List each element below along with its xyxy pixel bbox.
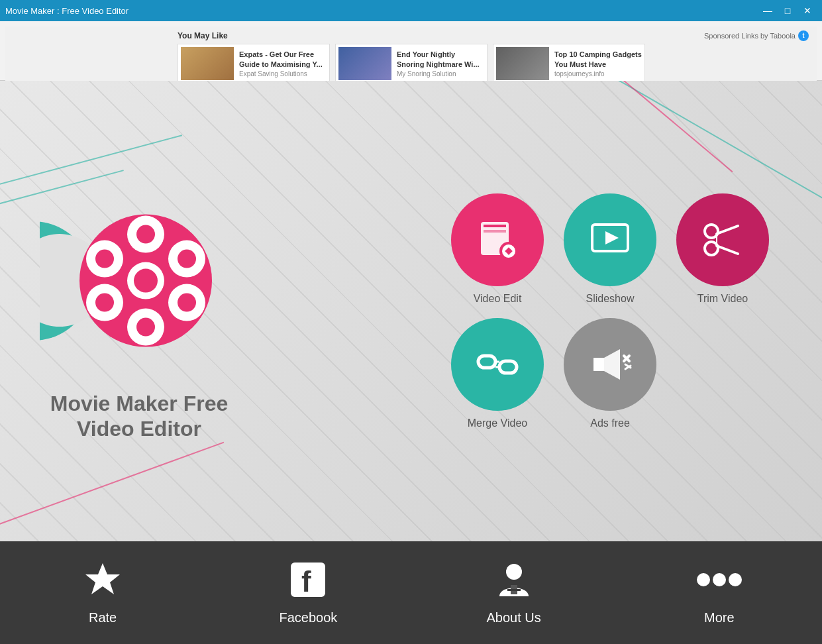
rate-label: Rate [89,610,117,625]
trim-video-icon [699,217,746,263]
person-icon [494,560,534,605]
svg-text:f: f [301,565,311,598]
feature-merge-video[interactable]: Merge Video [451,318,544,429]
slideshow-label: Slideshow [586,293,635,305]
ad-image-expat [181,47,234,80]
svg-point-10 [136,317,155,336]
ad-sponsored-text: Sponsored Links by Taboola [704,32,796,40]
video-edit-label: Video Edit [474,293,522,305]
ad-sponsored: Sponsored Links by Taboola t [704,30,809,41]
about-us-label: About Us [486,610,540,625]
merge-video-circle [451,318,544,411]
ads-free-circle [564,318,656,411]
ad-headline-0: Expats - Get Our Free Guide to Maximisin… [239,50,327,69]
ad-header: You May Like Sponsored Links by Taboola … [178,30,809,41]
trim-video-label: Trim Video [697,293,748,305]
svg-point-20 [506,248,511,254]
svg-point-12 [95,293,114,311]
title-bar: Movie Maker : Free Video Editor — □ ✕ [0,0,822,21]
taboola-icon: t [798,30,809,41]
ads-free-icon [587,341,633,388]
main-content: Movie Maker Free Video Editor Video Edit [0,81,822,541]
facebook-icon: f [288,560,328,605]
window-title: Movie Maker : Free Video Editor [5,6,128,16]
ad-card-2[interactable]: Top 10 Camping Gadgets You Must Have top… [493,44,645,83]
ad-banner: You May Like Sponsored Links by Taboola … [5,27,817,88]
feature-video-edit[interactable]: Video Edit [451,193,544,305]
slideshow-circle [564,193,656,286]
svg-point-6 [178,249,196,268]
ad-cards: Expats - Get Our Free Guide to Maximisin… [178,44,809,83]
ad-headline-1: End Your Nightly Snoring Nightmare Wi... [397,50,484,69]
ad-headline-2: Top 10 Camping Gadgets You Must Have [554,50,642,69]
svg-point-8 [178,293,196,311]
ad-source-0: Expat Saving Solutions [239,70,327,78]
svg-point-14 [95,249,114,268]
ads-free-label: Ads free [590,417,630,429]
logo-area: Movie Maker Free Video Editor [40,181,238,441]
ad-image-snoring [338,47,391,80]
feature-slideshow[interactable]: Slideshow [564,193,656,305]
svg-point-44 [697,573,710,586]
bottom-facebook[interactable]: f Facebook [205,549,411,636]
ad-source-1: My Snoring Solution [397,70,484,78]
video-edit-icon [474,217,521,263]
deco-line-teal-3 [546,81,822,205]
deco-line-red-1 [0,442,224,534]
svg-point-41 [506,564,522,580]
window-controls: — □ ✕ [758,3,817,18]
dots-icon [693,560,746,605]
svg-line-26 [717,246,738,254]
ad-card-0[interactable]: Expats - Get Our Free Guide to Maximisin… [178,44,330,83]
bottom-rate[interactable]: Rate [0,549,205,636]
app-name: Movie Maker Free Video Editor [50,390,229,441]
film-reel-graphic [40,181,238,380]
svg-rect-29 [499,361,517,373]
svg-rect-16 [484,225,506,227]
feature-trim-video[interactable]: Trim Video [676,193,769,305]
ad-you-may-like: You May Like [178,31,228,40]
svg-line-25 [717,226,738,234]
deco-line-red-2 [580,81,733,172]
bottom-more[interactable]: More [617,549,822,636]
ad-source-2: topsjourneys.info [554,70,642,78]
feature-ads-free[interactable]: Ads free [564,318,656,429]
star-icon [83,560,123,605]
video-edit-circle [451,193,544,286]
merge-video-label: Merge Video [468,417,527,429]
svg-rect-28 [478,356,495,368]
maximize-button[interactable]: □ [778,3,797,18]
merge-video-icon [474,341,521,388]
svg-marker-38 [85,563,120,594]
svg-point-45 [713,573,726,586]
svg-rect-33 [593,358,604,371]
svg-rect-17 [484,230,506,233]
svg-point-46 [729,573,742,586]
close-button[interactable]: ✕ [798,3,817,18]
facebook-label: Facebook [279,610,337,625]
svg-line-37 [625,366,631,369]
svg-rect-43 [507,589,521,591]
ad-image-camping [496,47,549,80]
ad-section: You May Like Sponsored Links by Taboola … [0,21,822,81]
minimize-button[interactable]: — [758,3,777,18]
bottom-about-us[interactable]: About Us [411,549,617,636]
trim-video-circle [676,193,769,286]
bottom-bar: Rate f Facebook About Us [0,541,822,644]
svg-marker-22 [605,231,619,244]
ad-card-1[interactable]: End Your Nightly Snoring Nightmare Wi...… [335,44,488,83]
features-grid: Video Edit Slideshow [451,193,769,429]
more-label: More [704,610,735,625]
slideshow-icon [587,217,633,263]
svg-point-4 [136,225,155,243]
svg-point-2 [134,268,158,292]
